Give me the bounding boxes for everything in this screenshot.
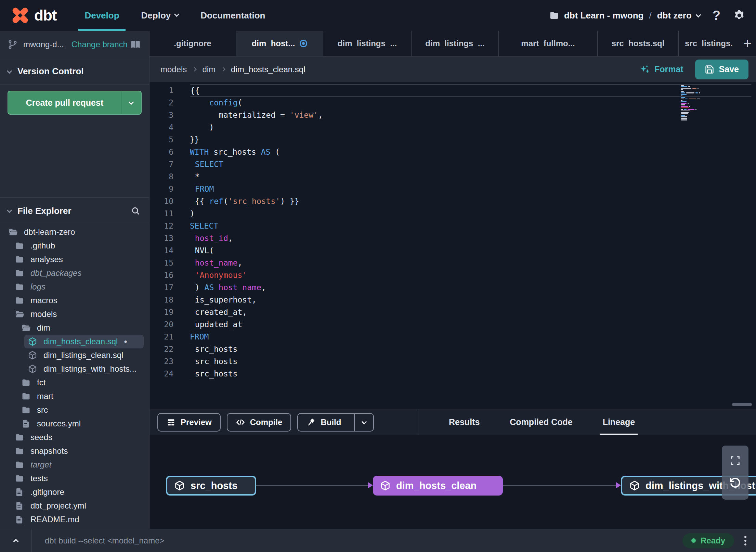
table-icon xyxy=(166,418,176,427)
dbt-cloud-ide: dbt Develop Deploy Documentation dbt Lea… xyxy=(0,0,756,552)
tree-item--gitignore[interactable]: .gitignore xyxy=(0,485,149,499)
code-line-1[interactable]: 1{{ xyxy=(149,84,756,97)
tab-results[interactable]: Results xyxy=(449,409,480,435)
status-bar: dbt build --select <model_name> Ready xyxy=(0,529,756,552)
code-line-22[interactable]: 22 src_hosts xyxy=(149,343,756,355)
chevron-down-icon xyxy=(7,68,12,74)
nav-deploy[interactable]: Deploy xyxy=(134,0,186,31)
tree-item-dim[interactable]: dim xyxy=(0,321,149,335)
tree-item-target[interactable]: target xyxy=(0,458,149,472)
tree-item--github[interactable]: .github xyxy=(0,239,149,253)
change-branch-link[interactable]: Change branch xyxy=(71,40,128,49)
code-line-4[interactable]: 4 ) xyxy=(149,121,756,133)
code-line-20[interactable]: 20 updated_at xyxy=(149,318,756,331)
modified-dot: • xyxy=(124,336,127,347)
tab-src-hosts[interactable]: src_hosts.sql xyxy=(598,31,679,56)
code-line-15[interactable]: 15 host_name, xyxy=(149,257,756,269)
code-line-13[interactable]: 13 host_id, xyxy=(149,232,756,244)
tree-item-logs[interactable]: logs xyxy=(0,280,149,294)
code-icon xyxy=(236,418,245,427)
tree-item-src[interactable]: src xyxy=(0,403,149,417)
code-line-11[interactable]: 11) xyxy=(149,207,756,220)
preview-button[interactable]: Preview xyxy=(157,413,221,432)
code-line-23[interactable]: 23 src_hosts xyxy=(149,355,756,368)
breadcrumb-dim[interactable]: dim xyxy=(202,65,216,74)
tab-src-listings[interactable]: src_listings. xyxy=(679,31,739,56)
tab-mart-fullmoon[interactable]: mart_fullmo... xyxy=(499,31,598,56)
tree-item-analyses[interactable]: analyses xyxy=(0,253,149,266)
tab-dim-listings-with-hosts[interactable]: dim_listings_... xyxy=(412,31,499,56)
code-line-24[interactable]: 24 src_hosts xyxy=(149,368,756,380)
command-input[interactable]: dbt build --select <model_name> xyxy=(45,536,165,545)
create-pull-request-button[interactable]: Create pull request xyxy=(8,91,142,115)
code-line-19[interactable]: 19 created_at, xyxy=(149,306,756,318)
tab-lineage[interactable]: Lineage xyxy=(603,409,635,435)
sparkles-icon xyxy=(639,64,650,75)
build-dropdown-toggle[interactable] xyxy=(354,414,373,431)
refresh-icon[interactable] xyxy=(728,476,742,490)
folder-open-icon xyxy=(15,309,25,319)
tab-compiled-code[interactable]: Compiled Code xyxy=(510,409,572,435)
tree-item-fct[interactable]: fct xyxy=(0,376,149,389)
new-tab-button[interactable]: + xyxy=(739,31,756,56)
settings-gear-icon[interactable] xyxy=(733,9,746,22)
code-line-10[interactable]: 10 {{ ref('src_hosts') }} xyxy=(149,195,756,207)
code-line-12[interactable]: 12SELECT xyxy=(149,220,756,232)
tree-item-snapshots[interactable]: snapshots xyxy=(0,444,149,458)
code-line-9[interactable]: 9 FROM xyxy=(149,183,756,195)
tree-item-sources-yml[interactable]: sources.yml xyxy=(0,417,149,431)
line-number: 2 xyxy=(149,97,173,109)
nav-develop[interactable]: Develop xyxy=(78,0,126,31)
code-line-3[interactable]: 3 materialized = 'view', xyxy=(149,109,756,121)
version-control-header[interactable]: Version Control xyxy=(0,58,149,85)
tree-item-mart[interactable]: mart xyxy=(0,389,149,403)
tab-gitignore[interactable]: .gitignore xyxy=(149,31,236,56)
save-button[interactable]: Save xyxy=(695,60,748,79)
nav-documentation[interactable]: Documentation xyxy=(194,0,272,31)
fullscreen-icon[interactable] xyxy=(730,455,741,466)
code-line-6[interactable]: 6WITH src_hosts AS ( xyxy=(149,146,756,158)
pr-dropdown-toggle[interactable] xyxy=(121,91,141,114)
pull-request-block: Create pull request xyxy=(8,91,142,115)
tree-item-readme-md[interactable]: README.md xyxy=(0,513,149,526)
code-line-14[interactable]: 14 NVL( xyxy=(149,244,756,257)
tree-item-dim-listings-with-hosts-[interactable]: dim_listings_with_hosts... xyxy=(0,362,149,376)
command-bar-toggle[interactable] xyxy=(0,529,31,552)
project-picker[interactable]: dbt Learn - mwong / dbt zero xyxy=(549,10,700,21)
search-icon[interactable] xyxy=(131,206,140,216)
file-explorer-header[interactable]: File Explorer xyxy=(0,197,149,224)
tree-item-seeds[interactable]: seeds xyxy=(0,431,149,444)
tab-dim-listings-clean[interactable]: dim_listings_... xyxy=(323,31,412,56)
code-line-2[interactable]: 2 config( xyxy=(149,97,756,109)
minimap[interactable] xyxy=(679,85,756,121)
code-line-7[interactable]: 7 SELECT xyxy=(149,158,756,170)
tree-item-tests[interactable]: tests xyxy=(0,472,149,485)
tab-dim-hosts-clean[interactable]: dim_host... xyxy=(236,31,323,56)
compile-button[interactable]: Compile xyxy=(227,413,291,432)
code-line-18[interactable]: 18 is_superhost, xyxy=(149,294,756,306)
tree-item-models[interactable]: models xyxy=(0,307,149,321)
code-line-16[interactable]: 16 'Anonymous' xyxy=(149,269,756,281)
tree-item-dbt-packages[interactable]: dbt_packages xyxy=(0,266,149,280)
lineage-node-dim-hosts-clean[interactable]: dim_hosts_clean xyxy=(373,476,503,496)
tree-item-dim-listings-clean-sql[interactable]: dim_listings_clean.sql xyxy=(0,348,149,362)
build-button[interactable]: Build xyxy=(298,414,349,431)
code-line-5[interactable]: 5}} xyxy=(149,133,756,146)
tree-item-dbt-learn-zero[interactable]: dbt-learn-zero xyxy=(0,225,149,239)
code-line-21[interactable]: 21FROM xyxy=(149,331,756,343)
tree-item-dim-hosts-clean-sql[interactable]: dim_hosts_clean.sql • xyxy=(24,335,144,348)
code-line-8[interactable]: 8 * xyxy=(149,170,756,183)
breadcrumb-models[interactable]: models xyxy=(160,65,187,74)
line-number: 10 xyxy=(149,195,173,207)
tree-item-dbt-project-yml[interactable]: dbt_project.yml xyxy=(0,499,149,513)
help-icon[interactable]: ? xyxy=(713,8,720,23)
code-editor-region[interactable]: 1{{2 config(3 materialized = 'view',4 )5… xyxy=(149,82,756,409)
code-line-17[interactable]: 17 ) AS host_name, xyxy=(149,281,756,294)
tree-item-macros[interactable]: macros xyxy=(0,294,149,307)
lineage-node-src-hosts[interactable]: src_hosts xyxy=(166,476,256,496)
docs-book-icon[interactable] xyxy=(130,39,141,50)
kebab-menu-icon[interactable] xyxy=(744,536,746,545)
dbt-logo[interactable]: dbt xyxy=(10,5,56,26)
format-button[interactable]: Format xyxy=(639,64,683,75)
horizontal-scrollbar[interactable] xyxy=(732,403,752,406)
